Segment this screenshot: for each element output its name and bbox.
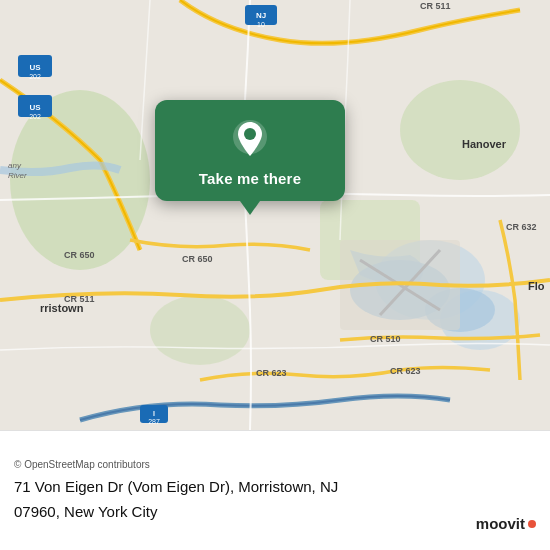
svg-text:202: 202 [29,73,41,80]
address-line2: 07960, New York City [14,501,536,522]
svg-text:NJ: NJ [256,11,266,20]
svg-text:I: I [153,410,155,417]
svg-text:CR 511: CR 511 [420,1,451,11]
popup-card[interactable]: Take me there [155,100,345,201]
svg-text:202: 202 [29,113,41,120]
svg-text:CR 650: CR 650 [182,254,213,264]
svg-text:US: US [29,103,41,112]
svg-text:CR 650: CR 650 [64,250,95,260]
svg-point-38 [244,128,256,140]
svg-text:River: River [8,171,27,180]
svg-text:Flo: Flo [528,280,545,292]
popup-label: Take me there [199,170,301,187]
svg-text:CR 623: CR 623 [390,366,421,376]
location-pin-icon [229,118,271,160]
moovit-dot [528,520,536,528]
map-container: US 202 US 202 NJ 10 CR 650 CR 650 CR 511… [0,0,550,430]
moovit-logo: moovit [476,515,536,532]
map-svg: US 202 US 202 NJ 10 CR 650 CR 650 CR 511… [0,0,550,430]
moovit-wordmark: moovit [476,515,525,532]
svg-text:Hanover: Hanover [462,138,507,150]
svg-text:CR 623: CR 623 [256,368,287,378]
svg-text:10: 10 [257,21,265,28]
svg-text:rristown: rristown [40,302,84,314]
osm-credit: © OpenStreetMap contributors [14,459,536,470]
svg-text:CR 510: CR 510 [370,334,401,344]
svg-text:287: 287 [148,418,160,425]
app: US 202 US 202 NJ 10 CR 650 CR 650 CR 511… [0,0,550,550]
svg-point-4 [150,295,250,365]
address-line1: 71 Von Eigen Dr (Vom Eigen Dr), Morristo… [14,476,536,497]
svg-text:any: any [8,161,22,170]
svg-text:CR 632: CR 632 [506,222,537,232]
bottom-panel: © OpenStreetMap contributors 71 Von Eige… [0,430,550,550]
svg-text:US: US [29,63,41,72]
svg-point-2 [400,80,520,180]
